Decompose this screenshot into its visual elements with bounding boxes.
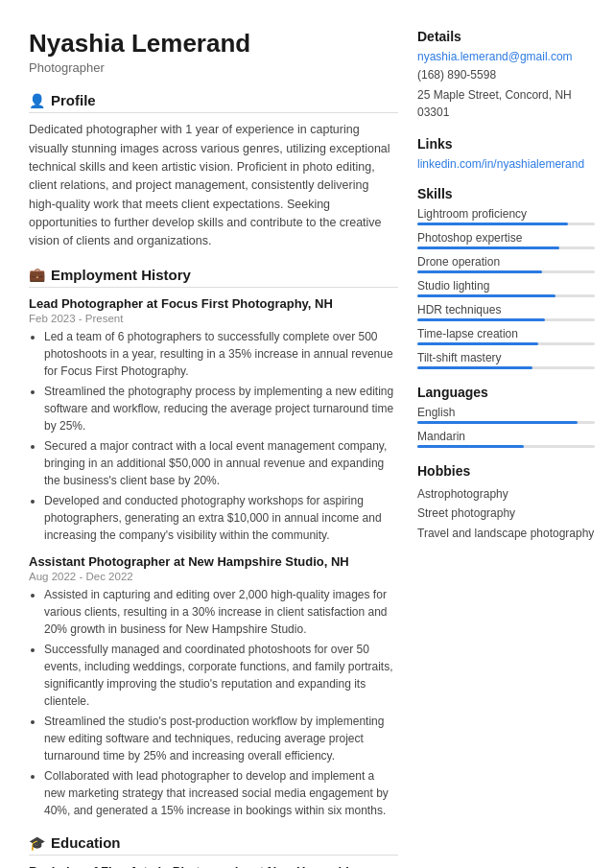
job-bullet: Secured a major contract with a local ev…: [44, 437, 398, 489]
header: Nyashia Lemerand Photographer: [29, 29, 398, 75]
job-title: Assistant Photographer at New Hampshire …: [29, 553, 398, 571]
language-item: Mandarin: [417, 430, 595, 448]
language-bar-bg: [417, 445, 595, 448]
education-section-title: 🎓 Education: [29, 834, 398, 856]
job-bullet: Successfully managed and coordinated pho…: [44, 641, 398, 710]
skill-item: Lightroom proficiency: [417, 207, 595, 225]
employment-icon: 💼: [29, 267, 45, 282]
hobbies-title: Hobbies: [417, 463, 595, 479]
linkedin-link[interactable]: linkedin.com/in/nyashialemerand: [417, 157, 595, 171]
skill-bar-bg: [417, 246, 595, 249]
skill-name: Studio lighting: [417, 279, 595, 293]
education-icon: 🎓: [29, 835, 45, 851]
profile-section-title: 👤 Profile: [29, 92, 398, 113]
skill-bar-bg: [417, 318, 595, 321]
links-section: Links linkedin.com/in/nyashialemerand: [417, 136, 595, 171]
language-bar-fill: [417, 445, 524, 448]
edu-title: Bachelor of Fine Arts in Photography at …: [29, 863, 398, 868]
employment-section-title: 💼 Employment History: [29, 267, 398, 288]
languages-container: EnglishMandarin: [417, 406, 595, 448]
skill-item: HDR techniques: [417, 303, 595, 321]
skill-bar-fill: [417, 342, 538, 345]
skill-name: HDR techniques: [417, 303, 595, 317]
job-bullets: Led a team of 6 photographers to success…: [29, 328, 398, 544]
address-text: 25 Maple Street, Concord, NH 03301: [417, 86, 595, 121]
skill-item: Time-lapse creation: [417, 327, 595, 345]
hobby-item: Street photography: [417, 504, 595, 523]
profile-section: 👤 Profile Dedicated photographer with 1 …: [29, 92, 398, 251]
language-name: Mandarin: [417, 430, 595, 443]
email-link[interactable]: nyashia.lemerand@gmail.com: [417, 50, 595, 63]
language-bar-fill: [417, 421, 578, 424]
hobby-item: Astrophotography: [417, 484, 595, 504]
profile-icon: 👤: [29, 93, 45, 108]
skill-item: Tilt-shift mastery: [417, 351, 595, 369]
skills-title: Skills: [417, 186, 595, 201]
skills-container: Lightroom proficiencyPhotoshop expertise…: [417, 207, 595, 369]
education-section: 🎓 Education Bachelor of Fine Arts in Pho…: [29, 834, 398, 868]
left-column: Nyashia Lemerand Photographer 👤 Profile …: [29, 29, 398, 868]
links-title: Links: [417, 136, 595, 152]
right-column: Details nyashia.lemerand@gmail.com (168)…: [417, 29, 595, 868]
job-bullets: Assisted in capturing and editing over 2…: [29, 586, 398, 819]
skill-item: Drone operation: [417, 255, 595, 273]
job-bullet: Streamlined the photography process by i…: [44, 383, 398, 434]
skill-name: Time-lapse creation: [417, 327, 595, 340]
skill-bar-fill: [417, 294, 555, 297]
skill-name: Drone operation: [417, 255, 595, 269]
language-bar-bg: [417, 421, 595, 424]
details-title: Details: [417, 29, 595, 44]
skill-bar-bg: [417, 342, 595, 345]
job-entry: Lead Photographer at Focus First Photogr…: [29, 295, 398, 544]
hobby-item: Travel and landscape photography: [417, 524, 595, 543]
skill-bar-bg: [417, 270, 595, 273]
profile-text: Dedicated photographer with 1 year of ex…: [29, 121, 398, 251]
languages-title: Languages: [417, 385, 595, 400]
skill-bar-bg: [417, 294, 595, 297]
jobs-container: Lead Photographer at Focus First Photogr…: [29, 295, 398, 819]
skill-name: Tilt-shift mastery: [417, 351, 595, 364]
skill-bar-bg: [417, 366, 595, 369]
candidate-name: Nyashia Lemerand: [29, 29, 398, 59]
job-date: Aug 2022 - Dec 2022: [29, 571, 398, 582]
job-bullet: Developed and conducted photography work…: [44, 492, 398, 544]
job-bullet: Streamlined the studio's post-production…: [44, 713, 398, 764]
skills-section: Skills Lightroom proficiencyPhotoshop ex…: [417, 186, 595, 369]
job-date: Feb 2023 - Present: [29, 313, 398, 324]
language-item: English: [417, 406, 595, 424]
edu-entry: Bachelor of Fine Arts in Photography at …: [29, 863, 398, 868]
employment-section: 💼 Employment History Lead Photographer a…: [29, 267, 398, 819]
skill-item: Studio lighting: [417, 279, 595, 297]
skill-bar-fill: [417, 246, 559, 249]
language-name: English: [417, 406, 595, 419]
skill-bar-fill: [417, 270, 542, 273]
skill-item: Photoshop expertise: [417, 231, 595, 249]
details-section: Details nyashia.lemerand@gmail.com (168)…: [417, 29, 595, 121]
skill-bar-fill: [417, 318, 545, 321]
candidate-title: Photographer: [29, 60, 398, 75]
skill-bar-bg: [417, 223, 595, 225]
job-bullet: Collaborated with lead photographer to d…: [44, 767, 398, 819]
skill-name: Photoshop expertise: [417, 231, 595, 245]
job-bullet: Assisted in capturing and editing over 2…: [44, 586, 398, 638]
skill-bar-fill: [417, 223, 568, 225]
edu-container: Bachelor of Fine Arts in Photography at …: [29, 863, 398, 868]
skill-bar-fill: [417, 366, 532, 369]
languages-section: Languages EnglishMandarin: [417, 385, 595, 448]
skill-name: Lightroom proficiency: [417, 207, 595, 221]
job-title: Lead Photographer at Focus First Photogr…: [29, 295, 398, 313]
job-bullet: Led a team of 6 photographers to success…: [44, 328, 398, 380]
hobbies-container: AstrophotographyStreet photographyTravel…: [417, 484, 595, 543]
job-entry: Assistant Photographer at New Hampshire …: [29, 553, 398, 819]
phone-text: (168) 890-5598: [417, 66, 595, 83]
hobbies-section: Hobbies AstrophotographyStreet photograp…: [417, 463, 595, 543]
